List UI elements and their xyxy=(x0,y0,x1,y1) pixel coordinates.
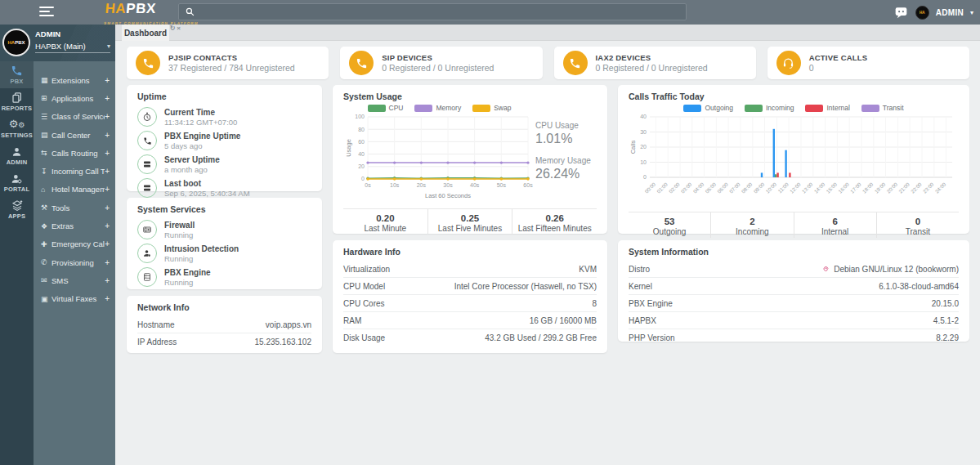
gears-icon: ⚙⚙ xyxy=(9,118,25,131)
svg-text:30: 30 xyxy=(640,129,647,135)
expand-icon[interactable]: + xyxy=(105,76,110,85)
chevron-down-icon[interactable]: ▾ xyxy=(970,9,973,16)
search-input[interactable] xyxy=(200,7,680,17)
class-of-service-icon: ☰ xyxy=(41,113,51,121)
call-center-icon: ▤ xyxy=(41,131,51,139)
person-icon xyxy=(11,146,23,158)
card-iax2-devices[interactable]: IAX2 DEVICES0 Registered / 0 Unregistere… xyxy=(554,47,756,79)
svg-text:50s: 50s xyxy=(497,182,507,188)
expand-icon[interactable]: + xyxy=(105,112,110,121)
search-icon xyxy=(185,7,195,17)
uptime-pbx-engine: PBX Engine Uptime5 days ago xyxy=(137,131,311,150)
svg-text:20s: 20s xyxy=(417,182,427,188)
expand-icon[interactable]: + xyxy=(105,185,110,194)
svg-text:Last 60 Seconds: Last 60 Seconds xyxy=(425,192,471,199)
info-row-ram: RAM16 GB / 16000 MB xyxy=(343,312,597,329)
card-pjsip-contacts[interactable]: PJSIP CONTACTS37 Registered / 784 Unregi… xyxy=(127,47,329,79)
load-averages: 0.20Last Minute 0.25Last Five Minutes 0.… xyxy=(343,208,597,235)
sidebar-item-provisioning[interactable]: ✆Provisioning+ xyxy=(34,253,115,271)
sidebar-item-tools[interactable]: ⚒Tools+ xyxy=(34,199,115,217)
tabstrip: Dashboard ↻× xyxy=(115,25,980,41)
legend-transit[interactable]: Transit xyxy=(861,104,904,112)
sidebar-item-call-center[interactable]: ▤Call Center+ xyxy=(34,126,115,144)
expand-icon[interactable]: + xyxy=(105,149,110,158)
sidebar-item-calls-routing[interactable]: ⇆Calls Routing+ xyxy=(34,144,115,162)
service-intrusion-detection: Intrusion DetectionRunning xyxy=(137,244,311,263)
sidebar-item-incoming-call-tools[interactable]: ↧Incoming Call Tools+ xyxy=(34,162,115,180)
rail-item-portal[interactable]: PORTAL xyxy=(0,169,34,196)
system-services-panel: System Services FirewallRunning xyxy=(127,198,322,289)
card-sip-devices[interactable]: SIP DEVICES0 Registered / 0 Unregistered xyxy=(340,47,542,79)
svg-text:40s: 40s xyxy=(470,182,480,188)
expand-icon[interactable]: + xyxy=(105,276,110,285)
server-icon xyxy=(137,154,157,174)
uptime-last-boot: Last bootSep 6, 2025, 5:40:34 AM xyxy=(137,178,311,198)
total-incoming: 2Incoming xyxy=(710,212,793,238)
topbar: HAPBX SMART COMMUNICATION PLATFORM HA AD… xyxy=(0,0,980,25)
sidebar-item-extras[interactable]: ❖Extras+ xyxy=(34,217,115,235)
sidebar-item-class-of-service[interactable]: ☰Class of Service+ xyxy=(34,108,115,126)
sidebar-menu: ▦Extensions+ ⊞Applications+ ☰Class of Se… xyxy=(34,25,115,465)
legend-memory[interactable]: Memory xyxy=(414,104,461,112)
person-shield-icon xyxy=(137,244,157,263)
expand-icon[interactable]: + xyxy=(105,239,110,248)
svg-text:05:00: 05:00 xyxy=(704,181,717,194)
svg-text:15:00: 15:00 xyxy=(825,181,838,194)
legend-outgoing[interactable]: Outgoing xyxy=(683,104,733,112)
svg-text:10: 10 xyxy=(640,159,647,165)
rail-item-reports[interactable]: REPORTS xyxy=(0,88,34,115)
uptime-server: Server Uptimea month ago xyxy=(137,154,311,174)
rail-item-pbx[interactable]: PBX xyxy=(0,61,34,88)
info-row-cpu-model: CPU ModelIntel Core Processor (Haswell, … xyxy=(343,278,597,295)
svg-text:40: 40 xyxy=(358,151,365,157)
topbar-actions: HA ADMIN ▾ xyxy=(894,0,973,25)
total-internal: 6Internal xyxy=(794,212,876,238)
uptime-current-time: Current Time11:34:12 GMT+07:00 xyxy=(137,107,311,127)
expand-icon[interactable]: + xyxy=(105,258,110,267)
summary-cards: PJSIP CONTACTS37 Registered / 784 Unregi… xyxy=(127,47,969,79)
card-active-calls[interactable]: ACTIVE CALLS0 xyxy=(767,47,969,79)
sidebar-item-applications[interactable]: ⊞Applications+ xyxy=(34,89,115,107)
user-avatar[interactable]: HA xyxy=(915,6,929,20)
rack-icon xyxy=(137,267,157,287)
context-select[interactable]: HAPBX (Main) ▾ xyxy=(35,42,110,53)
hamburger-menu-icon[interactable] xyxy=(39,7,54,18)
info-row-virtualization: VirtualizationKVM xyxy=(343,261,597,278)
incoming-swatch xyxy=(745,105,763,112)
svg-text:20:00: 20:00 xyxy=(885,181,898,194)
svg-text:30s: 30s xyxy=(443,182,453,188)
rail-item-apps[interactable]: APPS xyxy=(0,196,34,223)
svg-text:Usage: Usage xyxy=(345,139,352,157)
svg-text:09:00: 09:00 xyxy=(752,181,765,194)
firewall-icon xyxy=(137,220,157,239)
legend-cpu[interactable]: CPU xyxy=(368,104,404,112)
expand-icon[interactable]: + xyxy=(105,203,110,212)
legend-internal[interactable]: Internal xyxy=(805,104,849,112)
sidebar-item-emergency-calls[interactable]: ✚Emergency Calls+ xyxy=(34,235,115,253)
expand-icon[interactable]: + xyxy=(105,94,110,103)
svg-text:13:00: 13:00 xyxy=(801,181,814,194)
expand-icon[interactable]: + xyxy=(105,294,110,303)
sidebar-item-sms[interactable]: ✉SMS+ xyxy=(34,271,115,289)
legend-swap[interactable]: Swap xyxy=(472,104,511,112)
info-row-php-version: PHP Version8.2.29 xyxy=(629,329,959,346)
expand-icon[interactable]: + xyxy=(105,131,110,140)
expand-icon[interactable]: + xyxy=(105,167,110,176)
sidebar-item-hotel-management[interactable]: ⌂Hotel Management+ xyxy=(34,181,115,199)
phone-icon xyxy=(349,51,374,75)
rail-item-settings[interactable]: ⚙⚙ SETTINGS xyxy=(0,115,34,142)
svg-text:23:00: 23:00 xyxy=(922,181,935,194)
global-search[interactable] xyxy=(178,3,687,20)
svg-text:12:00: 12:00 xyxy=(789,181,802,194)
cpu-swatch xyxy=(368,105,386,112)
svg-text:Calls: Calls xyxy=(629,140,637,154)
legend-incoming[interactable]: Incoming xyxy=(745,104,794,112)
sidebar-item-virtual-faxes[interactable]: ▣Virtual Faxes+ xyxy=(34,290,115,308)
user-menu[interactable]: ADMIN xyxy=(936,8,964,17)
memory-usage-value: 26.24% xyxy=(535,167,597,181)
sidebar-avatar[interactable]: HAPBX xyxy=(2,29,30,56)
expand-icon[interactable]: + xyxy=(105,221,110,230)
sidebar-item-extensions[interactable]: ▦Extensions+ xyxy=(34,71,115,89)
language-icon[interactable] xyxy=(894,5,909,20)
rail-item-admin[interactable]: ADMIN xyxy=(0,142,34,169)
